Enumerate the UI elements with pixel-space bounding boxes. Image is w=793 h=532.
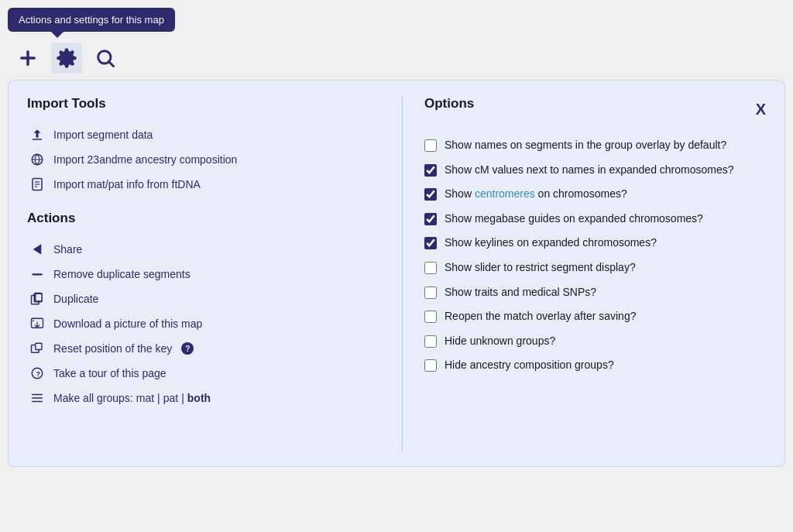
groups-both-link[interactable]: both	[187, 392, 211, 404]
option-row-5: Show slider to restrict segment display?	[424, 256, 766, 280]
svg-rect-6	[32, 273, 43, 275]
share-icon	[29, 241, 46, 258]
plus-icon	[17, 47, 39, 69]
option-checkbox-0[interactable]	[424, 139, 437, 152]
import-segment-label: Import segment data	[53, 129, 153, 141]
menu-item-download[interactable]: Download a picture of this map	[27, 311, 376, 336]
svg-rect-14	[36, 343, 42, 349]
option-row-8: Hide unknown groups?	[424, 329, 766, 354]
separator-2: |	[181, 392, 184, 404]
import-ftdna-label: Import mat/pat info from ftDNA	[53, 178, 201, 190]
groups-icon	[29, 390, 46, 407]
option-row-3: Show megabase guides on expanded chromos…	[424, 207, 766, 232]
option-label-0: Show names on segments in the group over…	[445, 138, 726, 153]
menu-item-share[interactable]: Share	[27, 237, 376, 262]
groups-mat-link[interactable]: mat	[136, 392, 154, 404]
svg-text:?: ?	[36, 370, 41, 378]
option-label-7: Reopen the match overlay after saving?	[445, 309, 636, 324]
download-label: Download a picture of this map	[53, 317, 202, 330]
svg-rect-9	[36, 293, 42, 301]
import-title: Import Tools	[27, 96, 376, 112]
upload-icon	[29, 126, 46, 143]
main-panel: Import Tools Import segment data Import …	[8, 80, 785, 467]
groups-links: Make all groups: mat | pat | both	[53, 392, 211, 404]
add-button[interactable]	[12, 43, 43, 74]
globe-icon	[29, 151, 46, 168]
option-checkbox-1[interactable]	[424, 164, 437, 177]
duplicate-icon	[29, 290, 46, 307]
reset-icon	[29, 340, 46, 357]
option-label-3: Show megabase guides on expanded chromos…	[445, 211, 703, 227]
option-label-1: Show cM values next to names in expanded…	[445, 163, 734, 178]
centromeres-label-after: on chromosomes?	[535, 187, 627, 200]
option-checkbox-6[interactable]	[424, 287, 437, 299]
option-checkbox-4[interactable]	[424, 237, 437, 249]
search-button[interactable]	[90, 43, 121, 74]
tooltip-box: Actions and settings for this map	[8, 8, 175, 32]
import-23andme-label: Import 23andme ancestry composition	[53, 153, 237, 166]
separator-1: |	[157, 392, 160, 404]
option-checkbox-3[interactable]	[424, 213, 437, 225]
download-icon	[29, 315, 46, 332]
option-label-8: Hide unknown groups?	[445, 334, 555, 349]
toolbar	[8, 35, 785, 80]
option-row-7: Reopen the match overlay after saving?	[424, 304, 766, 329]
menu-item-tour[interactable]: ? Take a tour of this page	[27, 361, 376, 386]
option-row-1: Show cM values next to names in expanded…	[424, 158, 766, 183]
option-row-2: Show centromeres on chromosomes?	[424, 182, 766, 207]
menu-item-import-23andme[interactable]: Import 23andme ancestry composition	[27, 147, 376, 172]
menu-item-remove-duplicates[interactable]: Remove duplicate segments	[27, 262, 376, 287]
menu-item-import-segment[interactable]: Import segment data	[27, 122, 376, 147]
option-row-0: Show names on segments in the group over…	[424, 133, 766, 158]
option-row-9: Hide ancestry composition groups?	[424, 353, 766, 378]
tour-label: Take a tour of this page	[53, 367, 166, 379]
centromeres-link[interactable]: centromeres	[475, 187, 535, 200]
remove-duplicates-label: Remove duplicate segments	[53, 268, 191, 280]
groups-prefix: Make all groups:	[53, 392, 133, 404]
option-checkbox-7[interactable]	[424, 311, 437, 323]
groups-pat-link[interactable]: pat	[163, 392, 178, 404]
option-label-2: Show centromeres on chromosomes?	[445, 187, 627, 202]
page-container: Actions and settings for this map	[8, 8, 785, 467]
share-label: Share	[53, 243, 82, 256]
search-icon	[94, 47, 116, 69]
option-checkbox-5[interactable]	[424, 262, 437, 274]
option-label-5: Show slider to restrict segment display?	[445, 260, 636, 276]
gear-icon	[56, 47, 77, 69]
svg-point-12	[33, 320, 34, 321]
option-label-9: Hide ancestry composition groups?	[445, 358, 614, 373]
option-checkbox-2[interactable]	[424, 188, 437, 201]
dna-icon	[29, 176, 46, 193]
minus-icon	[29, 266, 46, 283]
option-label-6: Show traits and medical SNPs?	[445, 285, 596, 300]
menu-item-import-ftdna[interactable]: Import mat/pat info from ftDNA	[27, 172, 376, 197]
options-title: Options	[424, 96, 474, 112]
right-column: Options X Show names on segments in the …	[406, 96, 766, 451]
tooltip-text: Actions and settings for this map	[19, 14, 164, 26]
option-checkbox-9[interactable]	[424, 359, 437, 372]
tour-icon: ?	[29, 365, 46, 382]
centromeres-label-before: Show	[445, 187, 475, 200]
menu-item-reset-key[interactable]: Reset position of the key ?	[27, 336, 376, 361]
menu-item-duplicate[interactable]: Duplicate	[27, 287, 376, 311]
option-label-4: Show keylines on expanded chromosomes?	[445, 235, 657, 251]
column-divider	[402, 96, 403, 451]
duplicate-label: Duplicate	[53, 293, 98, 305]
left-column: Import Tools Import segment data Import …	[27, 96, 399, 451]
settings-button[interactable]	[51, 43, 82, 74]
help-icon[interactable]: ?	[181, 342, 194, 355]
option-row-6: Show traits and medical SNPs?	[424, 280, 766, 305]
reset-key-label: Reset position of the key	[53, 342, 172, 355]
option-row-4: Show keylines on expanded chromosomes?	[424, 231, 766, 256]
menu-item-groups: Make all groups: mat | pat | both	[27, 386, 376, 410]
options-header: Options X	[424, 96, 766, 122]
actions-title: Actions	[27, 211, 376, 226]
close-button[interactable]: X	[756, 101, 766, 117]
option-checkbox-8[interactable]	[424, 335, 437, 348]
